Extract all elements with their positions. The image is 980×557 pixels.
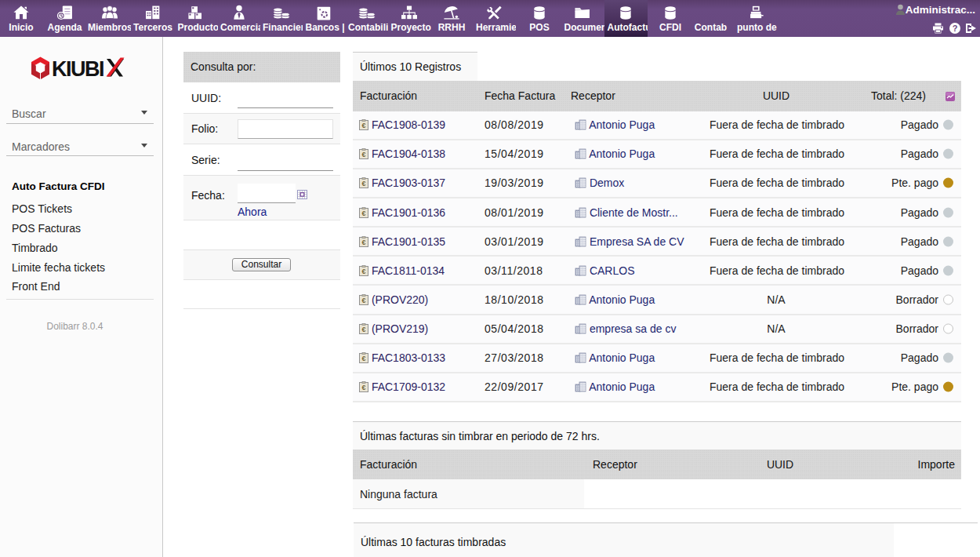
svg-text:?: ? [953,24,958,33]
svg-text:€: € [361,384,365,391]
svg-text:€: € [361,180,365,187]
svg-text:€: € [361,297,365,304]
svg-text:€: € [361,151,365,158]
svg-text:€: € [361,355,365,362]
svg-text:€: € [361,268,365,275]
svg-text:KIUBI: KIUBI [52,57,103,80]
svg-text:€: € [361,326,365,333]
svg-text:€: € [361,209,365,217]
svg-text:€: € [361,122,365,129]
svg-text:€: € [361,238,365,246]
